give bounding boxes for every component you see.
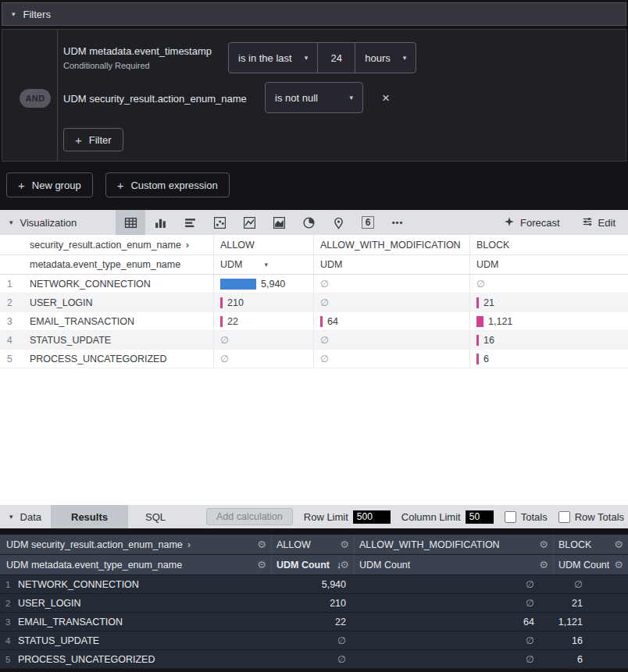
gear-icon[interactable]: ⚙ — [257, 559, 266, 571]
measure-cell[interactable]: ∅ — [313, 293, 469, 311]
gear-icon[interactable]: ⚙ — [257, 539, 266, 550]
data-section-label: Data — [20, 511, 41, 523]
forecast-button[interactable]: Forecast — [504, 216, 560, 229]
results-pivot-field-header[interactable]: UDM security_result.action_enum_name › ⚙ — [0, 535, 271, 554]
results-measure-header-sorted[interactable]: UDM Count↓ ⚙ — [271, 555, 354, 574]
dimension-cell[interactable]: PROCESS_UNCATEGORIZED — [17, 650, 271, 668]
pivot-column-header-allow[interactable]: ALLOW — [213, 235, 313, 254]
results-measure-header[interactable]: UDM Count ⚙ — [553, 555, 628, 574]
column-chart-viz-icon[interactable] — [145, 210, 175, 235]
gear-icon[interactable]: ⚙ — [340, 539, 349, 550]
measure-cell[interactable]: 6 — [469, 350, 628, 368]
results-measure-header[interactable]: UDM Count ⚙ — [354, 555, 553, 574]
measure-cell[interactable]: ∅ — [469, 275, 628, 293]
measure-cell[interactable]: ∅ — [354, 594, 553, 612]
custom-expression-button[interactable]: + Custom expression — [105, 172, 230, 197]
data-section-header[interactable]: ▾ Data — [0, 511, 51, 523]
results-column-header-allow-with-modification[interactable]: ALLOW_WITH_MODIFICATION ⚙ — [354, 535, 553, 554]
totals-label: Totals — [521, 511, 548, 523]
scatter-viz-icon[interactable] — [205, 210, 234, 235]
results-dimension-header[interactable]: UDM metadata.event_type_enum_name ⚙ — [0, 555, 271, 574]
and-conjunction-badge[interactable]: AND — [20, 89, 51, 108]
measure-cell[interactable]: ∅ — [354, 575, 553, 593]
gear-icon[interactable]: ⚙ — [614, 539, 623, 550]
measure-cell[interactable]: 5,940 — [271, 575, 354, 593]
results-column-header-block[interactable]: BLOCK ⚙ — [553, 535, 628, 554]
dimension-cell[interactable]: NETWORK_CONNECTION — [17, 575, 271, 593]
pivot-column-header-block[interactable]: BLOCK — [469, 235, 628, 254]
add-filter-button[interactable]: + Filter — [63, 128, 123, 151]
single-value-viz-icon[interactable]: 6 — [353, 210, 383, 235]
dimension-field-header[interactable]: metadata.event_type_enum_name — [0, 259, 213, 270]
measure-cell[interactable]: ∅ — [213, 350, 313, 368]
results-column-header-allow[interactable]: ALLOW ⚙ — [271, 535, 354, 554]
filter-operator-dropdown[interactable]: is in the last ▾ — [228, 42, 318, 73]
dimension-cell[interactable]: STATUS_UPDATE — [17, 631, 271, 649]
gear-icon[interactable]: ⚙ — [539, 539, 548, 550]
filter-unit-dropdown[interactable]: hours ▾ — [355, 42, 416, 73]
measure-cell[interactable]: 210 — [213, 293, 313, 311]
measure-cell[interactable]: ∅ — [271, 631, 354, 649]
measure-cell[interactable]: 21 — [469, 293, 628, 311]
measure-cell[interactable]: 22 — [271, 613, 354, 631]
dimension-cell[interactable]: STATUS_UPDATE — [23, 331, 213, 349]
gear-icon[interactable]: ⚙ — [614, 559, 623, 571]
remove-filter-button[interactable]: × — [382, 91, 390, 105]
dimension-cell[interactable]: USER_LOGIN — [17, 594, 271, 612]
measure-select[interactable]: UDM ▾ — [213, 255, 313, 274]
more-viz-types-icon[interactable]: ••• — [383, 210, 412, 235]
filter-operator-dropdown[interactable]: is not null ▾ — [265, 82, 363, 113]
tab-sql[interactable]: SQL — [128, 505, 183, 528]
pivot-field-header[interactable]: security_result.action_enum_name › — [0, 239, 213, 251]
measure-cell[interactable]: ∅ — [271, 650, 354, 668]
cell-bar — [220, 297, 223, 308]
measure-cell[interactable]: 210 — [271, 594, 354, 612]
measure-cell[interactable]: 1,121 — [469, 312, 628, 330]
measure-cell[interactable]: 21 — [553, 594, 628, 612]
measure-cell[interactable]: 22 — [213, 312, 313, 330]
table-viz-icon[interactable] — [116, 210, 145, 235]
filter-field-name: UDM security_result.action_enum_name — [63, 93, 247, 105]
measure-cell[interactable]: ∅ — [313, 275, 469, 293]
measure-cell[interactable]: 16 — [553, 631, 628, 649]
new-group-label: New group — [32, 180, 81, 191]
dimension-cell[interactable]: USER_LOGIN — [23, 293, 213, 311]
measure-cell[interactable]: ∅ — [213, 331, 313, 349]
dimension-cell[interactable]: NETWORK_CONNECTION — [23, 275, 213, 293]
bar-list-viz-icon[interactable] — [175, 210, 205, 235]
filter-value-input[interactable] — [317, 42, 355, 73]
measure-cell[interactable]: 6 — [553, 650, 628, 668]
measure-cell[interactable]: 64 — [354, 613, 553, 631]
row-totals-checkbox[interactable] — [558, 511, 570, 523]
edit-button[interactable]: Edit — [582, 216, 616, 229]
measure-cell[interactable]: 64 — [313, 312, 469, 330]
pie-chart-viz-icon[interactable] — [294, 210, 323, 235]
column-limit-input[interactable] — [466, 510, 494, 524]
measure-cell[interactable]: ∅ — [354, 650, 553, 668]
gear-icon[interactable]: ⚙ — [340, 559, 349, 571]
measure-cell[interactable]: 5,940 — [213, 275, 313, 293]
measure-cell[interactable]: 1,121 — [553, 613, 628, 631]
measure-cell[interactable]: ∅ — [313, 350, 469, 368]
dimension-cell[interactable]: PROCESS_UNCATEGORIZED — [23, 350, 213, 368]
measure-cell[interactable]: ∅ — [354, 631, 553, 649]
totals-checkbox[interactable] — [505, 511, 516, 523]
measure-cell[interactable]: 16 — [469, 331, 628, 349]
tab-results[interactable]: Results — [51, 505, 128, 528]
pivot-column-header-allow-with-modification[interactable]: ALLOW_WITH_MODIFICATION — [313, 235, 469, 254]
filters-section-header[interactable]: ▾ Filters — [2, 2, 626, 26]
measure-cell[interactable]: ∅ — [313, 331, 469, 349]
null-symbol: ∅ — [320, 297, 329, 308]
area-chart-viz-icon[interactable] — [264, 210, 294, 235]
map-viz-icon[interactable] — [323, 210, 353, 235]
column-limit-label: Column Limit — [401, 511, 461, 523]
visualization-section-header[interactable]: ▾ Visualization — [0, 217, 116, 229]
new-group-button[interactable]: + New group — [6, 172, 93, 197]
measure-cell[interactable]: ∅ — [553, 575, 628, 593]
add-calculation-button[interactable]: Add calculation — [206, 508, 293, 525]
row-limit-input[interactable] — [353, 510, 391, 524]
line-chart-viz-icon[interactable] — [234, 210, 264, 235]
dimension-cell[interactable]: EMAIL_TRANSACTION — [17, 613, 271, 631]
dimension-cell[interactable]: EMAIL_TRANSACTION — [23, 312, 213, 330]
gear-icon[interactable]: ⚙ — [539, 559, 548, 571]
